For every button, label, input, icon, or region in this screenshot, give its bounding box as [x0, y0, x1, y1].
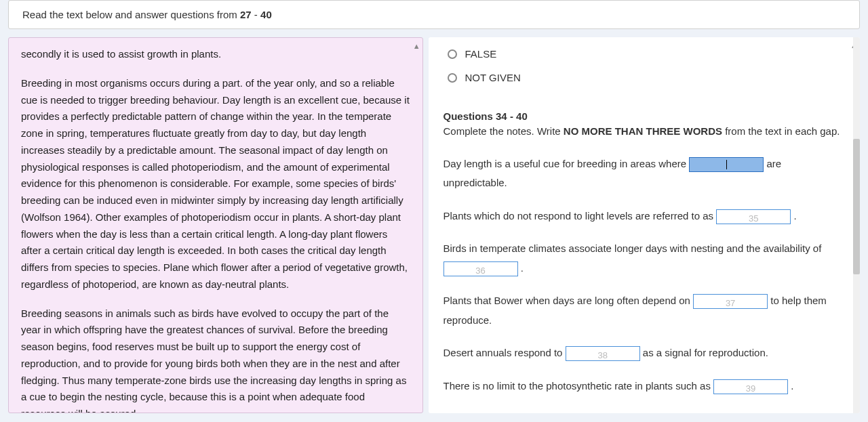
section-instructions: Complete the notes. Write NO MORE THAN T…: [443, 124, 845, 140]
radio-icon: [448, 49, 457, 59]
gap-text: Plants that Bower when days are long oft…: [443, 295, 694, 306]
passage-panel: ▲ secondly it is used to assist growth i…: [8, 37, 423, 413]
instruct-bold: NO MORE THAN THREE WORDS: [564, 125, 722, 137]
passage-paragraph: Breeding seasons in animals such as bird…: [21, 305, 410, 414]
gap-text: Desert annuals respond to: [443, 347, 566, 358]
gap-text: There is no limit to the photosynthetic …: [443, 380, 714, 392]
header-from: 27: [240, 9, 252, 20]
header-dash: -: [252, 9, 260, 20]
answer-input-35[interactable]: 35: [716, 209, 791, 224]
header-to: 40: [260, 9, 272, 20]
gap-text: .: [788, 380, 793, 392]
instruct-post: from the text in each gap.: [722, 125, 840, 137]
answer-input-37[interactable]: 37: [693, 294, 768, 309]
radio-option-false[interactable]: FALSE: [448, 48, 845, 60]
gap-text: .: [791, 210, 796, 221]
gap-text: .: [518, 262, 524, 274]
gap-text: Day length is a useful cue for breeding …: [443, 158, 690, 169]
gap-text: Birds in temperate climates associate lo…: [443, 242, 822, 254]
answer-input-34[interactable]: [689, 157, 764, 172]
passage-paragraph: Breeding in most organisms occurs during…: [21, 75, 410, 293]
gap-question-36: Birds in temperate climates associate lo…: [443, 239, 845, 278]
radio-icon: [448, 73, 457, 83]
radio-label: NOT GIVEN: [465, 72, 521, 83]
gap-question-34: Day length is a useful cue for breeding …: [443, 154, 845, 193]
instructions-header: Read the text below and answer questions…: [8, 0, 860, 29]
gap-text: as a signal for reproduction.: [640, 347, 768, 358]
answer-input-39[interactable]: 39: [713, 379, 788, 394]
reading-passage: secondly it is used to assist growth in …: [21, 46, 410, 413]
gap-question-38: Desert annuals respond to 38 as a signal…: [443, 343, 845, 363]
gap-question-35: Plants which do not respond to light lev…: [443, 207, 845, 226]
gap-question-37: Plants that Bower when days are long oft…: [443, 291, 845, 330]
scroll-up-icon[interactable]: ▲: [413, 42, 420, 50]
questions-panel: ▲ FALSE NOT GIVEN Questions 34 - 40 Comp…: [429, 37, 860, 413]
radio-label: FALSE: [465, 48, 497, 60]
passage-paragraph: secondly it is used to assist growth in …: [21, 46, 410, 63]
answer-input-38[interactable]: 38: [566, 346, 640, 361]
instruct-pre: Complete the notes. Write: [443, 125, 564, 137]
gap-question-39: There is no limit to the photosynthetic …: [443, 377, 845, 396]
radio-option-not-given[interactable]: NOT GIVEN: [448, 72, 845, 83]
scrollbar-track[interactable]: [853, 37, 860, 413]
answer-input-36[interactable]: 36: [443, 261, 518, 276]
header-prefix: Read the text below and answer questions…: [22, 9, 240, 20]
gap-text: Plants which do not respond to light lev…: [443, 210, 717, 221]
section-heading: Questions 34 - 40: [443, 110, 845, 122]
scrollbar-thumb[interactable]: [853, 139, 860, 274]
